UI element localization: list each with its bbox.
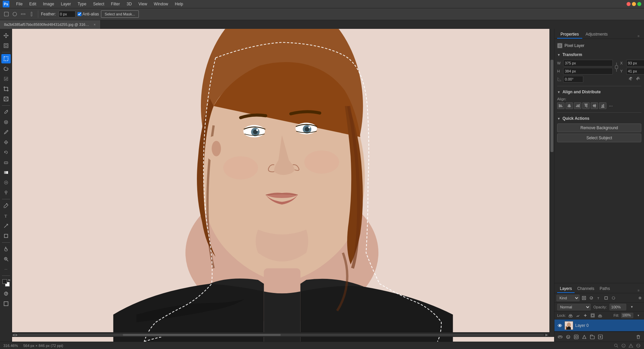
brush-tool-btn[interactable] [1,128,11,137]
width-input[interactable] [563,60,613,66]
tab-properties[interactable]: Properties [557,31,582,39]
lock-position-btn[interactable] [583,313,588,318]
layers-menu-btn[interactable]: ≡ [636,288,641,293]
dodge-tool-btn[interactable] [1,188,11,197]
nav-prev-btn[interactable]: ◀ [12,333,15,337]
layer-new-btn[interactable] [597,334,603,340]
lock-artboard-btn[interactable] [590,313,595,318]
remove-background-btn[interactable]: Remove Background [557,123,641,132]
canvas-area[interactable]: ◀ ▶ ◀ ▶ [12,29,554,342]
blend-mode-select[interactable]: Normal [557,304,591,310]
layer-mask-btn[interactable] [573,334,579,340]
maximize-button[interactable] [637,2,641,6]
stamp-tool-btn[interactable] [1,138,11,147]
tab-channels[interactable]: Channels [575,285,597,293]
rectangular-marquee-tool-btn[interactable] [3,10,10,18]
select-mask-button[interactable]: Select and Mask... [101,10,139,18]
layer-row-0[interactable]: Layer 0 [554,319,644,332]
quick-actions-collapse-btn[interactable]: ▼ [557,117,560,120]
type-tool-btn[interactable]: T [1,211,11,220]
tab-paths[interactable]: Paths [597,285,613,293]
crop-tool-btn[interactable] [1,84,11,94]
layer-link-btn[interactable] [557,334,563,340]
menu-3d[interactable]: 3D [124,1,134,7]
height-input[interactable] [563,68,613,74]
flip-h-btn[interactable] [628,76,634,82]
layer-adjustment-btn[interactable] [581,334,587,340]
align-center-h-btn[interactable] [566,102,573,109]
rectangular-marquee-btn[interactable] [1,54,11,63]
foreground-bg-colors[interactable]: ⇆ [1,278,11,288]
more-tools-btn[interactable]: ··· [1,264,11,274]
move-tool-btn[interactable] [1,31,11,40]
opacity-dropdown-btn[interactable]: ▾ [629,304,635,310]
feather-input[interactable] [59,11,75,17]
menu-layer[interactable]: Layer [58,1,73,7]
tab-layers[interactable]: Layers [557,285,575,293]
filter-adjustment-btn[interactable] [588,295,594,301]
fill-dropdown-btn[interactable]: ▾ [635,312,641,318]
object-select-btn[interactable] [1,74,11,84]
vertical-scrollbar[interactable] [549,29,554,337]
chain-icon[interactable] [614,62,619,72]
horizontal-scrollbar[interactable]: ◀ ▶ [12,332,549,337]
menu-filter[interactable]: Filter [108,1,123,7]
align-left-btn[interactable] [557,102,565,109]
transform-collapse-btn[interactable]: ▼ [557,53,560,57]
layer-visibility-btn[interactable] [557,323,562,328]
path-select-btn[interactable] [1,221,11,231]
angle-input[interactable] [563,76,583,83]
v-scroll-handle[interactable] [550,60,553,152]
align-collapse-btn[interactable]: ▼ [557,90,560,94]
close-button[interactable] [627,2,631,6]
frame-tool-btn[interactable] [1,94,11,104]
menu-select[interactable]: Select [90,1,107,7]
opacity-input[interactable] [609,304,626,310]
menu-edit[interactable]: Edit [26,1,39,7]
x-input[interactable] [626,60,644,66]
layer-filter-select[interactable]: Kind [556,295,580,301]
shape-tool-btn[interactable] [1,231,11,241]
anti-alias-checkbox[interactable] [77,12,82,16]
layer-group-btn[interactable] [589,334,595,340]
menu-file[interactable]: File [13,1,25,7]
tab-close-btn[interactable]: × [93,22,96,27]
document-tab[interactable]: 8a2b6385af57bbc85690fed48431d255.jpg @ 3… [0,20,101,29]
y-input[interactable] [626,68,644,74]
single-column-marquee-btn[interactable] [28,10,35,18]
single-row-marquee-btn[interactable] [19,10,27,18]
tab-adjustments[interactable]: Adjustments [582,31,611,39]
select-subject-btn[interactable]: Select Subject [557,134,641,142]
gradient-tool-btn[interactable] [1,168,11,177]
screen-mode-btn[interactable] [1,299,11,308]
lock-all-btn[interactable] [597,313,603,318]
filter-toggle[interactable] [639,297,641,299]
healing-tool-btn[interactable] [1,117,11,127]
nav-next-btn[interactable]: ▶ [15,333,18,337]
lock-image-btn[interactable] [575,313,581,318]
eraser-tool-btn[interactable] [1,158,11,167]
minimize-button[interactable] [632,2,636,6]
history-brush-btn[interactable] [1,148,11,157]
elliptical-marquee-tool-btn[interactable] [11,10,18,18]
menu-view[interactable]: View [136,1,150,7]
lock-transparent-btn[interactable] [568,313,573,318]
fill-input[interactable] [621,313,633,318]
filter-text-btn[interactable]: T [596,295,602,301]
menu-help[interactable]: Help [172,1,186,7]
scroll-right-btn[interactable]: ▶ [545,333,548,337]
filter-smart-btn[interactable] [610,295,616,301]
blur-tool-btn[interactable] [1,178,11,187]
filter-pixel-btn[interactable] [581,295,587,301]
anti-alias-label[interactable]: Anti-alias [77,12,99,16]
align-middle-v-btn[interactable] [591,102,598,109]
filter-shape-btn[interactable] [603,295,609,301]
menu-window[interactable]: Window [151,1,171,7]
layer-delete-btn[interactable] [635,334,641,340]
menu-image[interactable]: Image [40,1,57,7]
align-bottom-btn[interactable] [599,102,606,109]
quick-mask-btn[interactable] [1,289,11,298]
pen-tool-btn[interactable] [1,201,11,210]
align-right-btn[interactable] [574,102,581,109]
h-scroll-handle[interactable] [123,334,281,336]
